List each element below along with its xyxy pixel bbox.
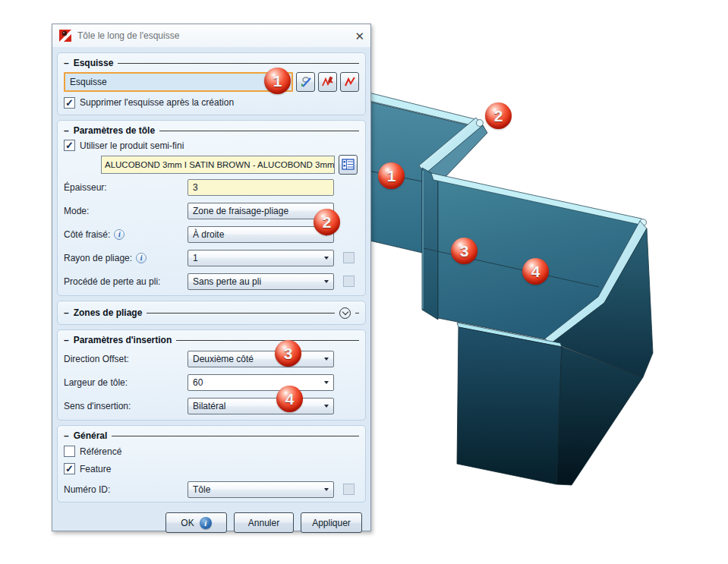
box-front-face <box>457 327 562 484</box>
referenced-checkbox[interactable] <box>64 446 75 457</box>
insertion-direction-label: Sens d'insertion: <box>64 401 131 411</box>
chevron-down-icon[interactable] <box>339 307 351 319</box>
bend-radius-label: Rayon de pliage: <box>64 253 132 263</box>
semi-finished-checkbox[interactable]: ✓ <box>64 140 75 151</box>
group-insertion-title: Paramètres d'insertion <box>74 335 172 345</box>
fold-tip <box>477 120 484 127</box>
dropdown-arrow-icon <box>324 405 329 408</box>
semi-finished-product-field[interactable]: ALUCOBOND 3mm I SATIN BROWN - ALUCOBOND … <box>101 156 335 174</box>
ok-info-icon: i <box>200 517 212 529</box>
dialog-footer: OK i Annuler Appliquer <box>57 507 366 533</box>
delete-sketch-button[interactable] <box>318 72 337 92</box>
bend-allowance-dropdown[interactable]: Sans perte au pli <box>188 273 334 290</box>
balloon-4-3d: 4 <box>522 258 549 285</box>
thickness-label: Épaisseur: <box>64 182 107 193</box>
group-sheet-params-title: Paramètres de tôle <box>74 125 155 136</box>
group-esquisse: – Esquisse Esquisse <box>57 52 366 115</box>
dialog-body: – Esquisse Esquisse <box>52 47 370 533</box>
sheet-width-label: Largeur de tôle: <box>64 377 128 388</box>
catalog-button[interactable] <box>339 155 358 175</box>
web-face <box>422 168 438 320</box>
ok-button[interactable]: OK i <box>165 512 227 533</box>
mode-label: Mode: <box>64 206 89 216</box>
delete-sketch-icon <box>321 75 335 89</box>
group-bend-zones: – Zones de pliage <box>57 301 366 325</box>
bend-allowance-label: Procédé de perte au pli: <box>64 276 160 287</box>
group-general-title: Général <box>74 430 108 441</box>
close-icon[interactable]: ✕ <box>355 30 364 42</box>
balloon-2-dialog: 2 <box>314 209 340 235</box>
mode-dropdown[interactable]: Zone de fraisage-pliage <box>188 203 334 219</box>
dropdown-arrow-icon <box>324 381 329 384</box>
apply-button[interactable]: Appliquer <box>301 512 362 533</box>
thickness-field[interactable]: 3 <box>188 179 334 196</box>
insertion-direction-dropdown[interactable]: Bilatéral <box>188 398 334 414</box>
group-sheet-params: – Paramètres de tôle ✓ Utiliser le produ… <box>57 120 366 296</box>
dropdown-arrow-icon <box>324 257 329 260</box>
group-general: – Général Référencé ✓ Feature Numéro ID:… <box>57 425 366 503</box>
id-number-dropdown[interactable]: Tôle <box>188 481 334 498</box>
sketch-profile-icon <box>343 75 357 89</box>
sheet-along-sketch-dialog: Tôle le long de l'esquisse ✕ – Esquisse … <box>52 24 371 531</box>
sketch-input[interactable]: Esquisse <box>64 72 293 92</box>
info-icon[interactable]: i <box>136 253 147 263</box>
balloon-4-dialog: 4 <box>276 386 303 412</box>
dropdown-arrow-icon <box>324 280 329 283</box>
show-sketch-button[interactable] <box>296 72 315 92</box>
delete-sketch-checkbox[interactable]: ✓ <box>64 97 75 109</box>
milled-side-label: Côté fraisé: <box>64 229 110 240</box>
bend-radius-extra-checkbox[interactable] <box>343 252 355 263</box>
balloon-3-dialog: 3 <box>275 340 301 367</box>
dropdown-arrow-icon <box>324 358 329 361</box>
show-sketch-icon <box>299 75 313 89</box>
group-esquisse-title: Esquisse <box>74 58 114 68</box>
info-icon[interactable]: i <box>114 229 124 240</box>
balloon-1-dialog: 1 <box>264 68 291 94</box>
delete-sketch-label: Supprimer l'esquisse après la création <box>80 97 234 108</box>
id-number-label: Numéro ID: <box>64 484 110 495</box>
id-number-extra-checkbox[interactable] <box>343 484 355 495</box>
feature-label: Feature <box>80 464 111 474</box>
cancel-button[interactable]: Annuler <box>234 512 294 533</box>
new-sketch-button[interactable] <box>340 72 359 92</box>
dropdown-arrow-icon <box>324 488 329 491</box>
catalog-table-icon <box>342 159 355 170</box>
app-logo-icon <box>59 30 71 42</box>
direction-offset-dropdown[interactable]: Deuxième côté <box>188 351 334 367</box>
bend-allowance-extra-checkbox[interactable] <box>343 276 355 287</box>
referenced-label: Référencé <box>80 446 121 457</box>
semi-finished-label: Utiliser le produit semi-fini <box>80 140 184 151</box>
balloon-2-3d: 2 <box>485 102 512 129</box>
feature-checkbox[interactable]: ✓ <box>64 463 75 474</box>
sheet-width-dropdown[interactable]: 60 <box>188 374 334 391</box>
balloon-1-3d: 1 <box>378 162 405 189</box>
balloon-3-3d: 3 <box>451 238 477 264</box>
dialog-titlebar[interactable]: Tôle le long de l'esquisse ✕ <box>52 24 370 47</box>
bend-radius-dropdown[interactable]: 1 <box>188 250 334 266</box>
milled-side-dropdown[interactable]: À droite <box>188 226 334 243</box>
direction-offset-label: Direction Offset: <box>64 354 129 364</box>
group-insertion-params: – Paramètres d'insertion Direction Offse… <box>57 329 366 421</box>
dialog-title: Tôle le long de l'esquisse <box>77 30 179 41</box>
group-bend-zones-title: Zones de pliage <box>74 307 143 318</box>
